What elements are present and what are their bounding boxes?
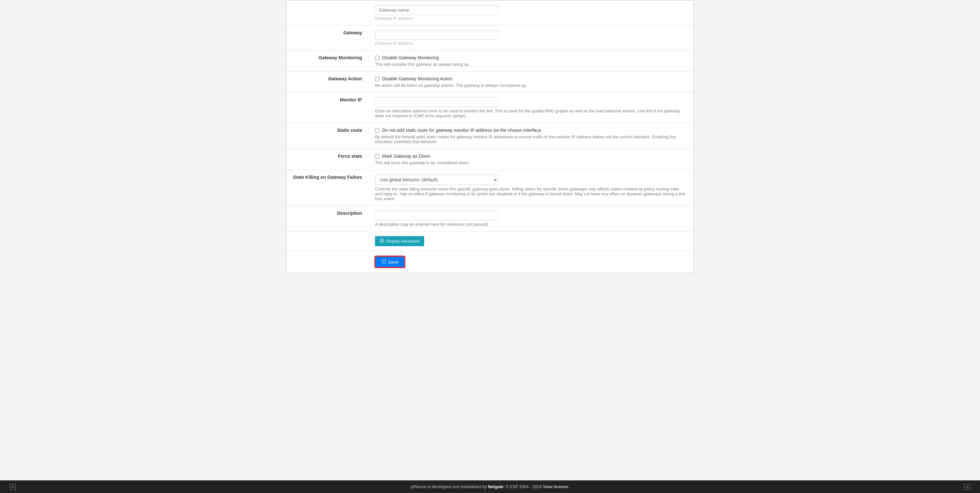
footer-main-text: pfSense is developed and maintained by	[411, 484, 488, 489]
save-cell: Save	[369, 251, 694, 273]
monitor-ip-help: Enter an alternative address here to be …	[375, 108, 687, 118]
monitor-ip-label: Monitor IP	[340, 97, 362, 102]
force-state-label: Force state	[338, 154, 362, 159]
save-button[interactable]: Save	[375, 256, 405, 268]
gateway-name-label	[286, 1, 369, 25]
description-help: A description may be entered here for re…	[375, 222, 687, 227]
gateway-input[interactable]	[375, 30, 498, 40]
footer-copyright: . © ESF 2004 - 2024	[503, 484, 543, 489]
gateway-name-row: Gateway IP address	[286, 1, 694, 25]
gateway-monitoring-checkbox[interactable]	[375, 56, 380, 60]
gear-icon	[380, 238, 384, 244]
force-state-row: Force state Mark Gateway as Down This wi…	[286, 149, 694, 170]
gateway-cell: Gateway IP address	[369, 25, 694, 51]
force-state-checkbox-label: Mark Gateway as Down	[382, 154, 430, 159]
save-label: Save	[388, 260, 398, 265]
state-killing-help: Controls the state killing behavior when…	[375, 187, 687, 201]
description-input[interactable]	[375, 211, 498, 220]
monitor-ip-input[interactable]	[375, 97, 498, 107]
footer: pfSense is developed and maintained by N…	[0, 480, 980, 493]
state-killing-select[interactable]: Use global behavior (default) Kill state…	[375, 174, 498, 185]
force-state-cell: Mark Gateway as Down This will force thi…	[369, 149, 694, 170]
display-advanced-label: Display Advanced	[386, 239, 419, 244]
static-route-checkbox-label: Do not add static route for gateway moni…	[382, 128, 541, 133]
gateway-monitoring-label: Gateway Monitoring	[318, 55, 362, 60]
gateway-action-help: No action will be taken on gateway event…	[375, 83, 687, 88]
description-label: Description	[337, 211, 362, 216]
description-label-cell: Description	[286, 206, 369, 231]
monitor-ip-row: Monitor IP Enter an alternative address …	[286, 93, 694, 123]
gateway-name-help: Gateway IP address	[375, 16, 687, 21]
footer-right-expand-icon[interactable]	[964, 484, 970, 490]
static-route-cell: Do not add static route for gateway moni…	[369, 123, 694, 149]
display-advanced-row: Display Advanced	[286, 231, 694, 251]
monitor-ip-cell: Enter an alternative address here to be …	[369, 93, 694, 123]
gateway-action-label: Gateway Action	[328, 76, 362, 81]
gateway-action-checkbox-label: Disable Gateway Monitoring Action	[382, 76, 452, 81]
footer-left-expand-icon[interactable]	[10, 484, 16, 490]
save-row: Save	[286, 251, 694, 273]
static-route-checkbox[interactable]	[375, 128, 380, 133]
gateway-action-checkbox[interactable]	[375, 77, 380, 81]
description-cell: A description may be entered here for re…	[369, 206, 694, 231]
gateway-action-cell: Disable Gateway Monitoring Action No act…	[369, 71, 694, 93]
static-route-help: By default the firewall adds static rout…	[375, 135, 687, 144]
footer-text: pfSense is developed and maintained by N…	[411, 484, 570, 489]
description-row: Description A description may be entered…	[286, 206, 694, 231]
state-killing-label-cell: State Killing on Gateway Failure	[286, 170, 369, 206]
gateway-label: Gateway	[286, 25, 369, 51]
gateway-name-cell: Gateway IP address	[369, 1, 694, 25]
display-advanced-cell: Display Advanced	[369, 231, 694, 251]
gateway-name-input[interactable]	[375, 5, 498, 15]
gateway-form-table: Gateway IP address Gateway Gateway IP ad…	[286, 0, 694, 273]
gateway-row: Gateway Gateway IP address	[286, 25, 694, 51]
static-route-label-cell: Static route	[286, 123, 369, 149]
state-killing-row: State Killing on Gateway Failure Use glo…	[286, 170, 694, 206]
force-state-label-cell: Force state	[286, 149, 369, 170]
state-killing-label: State Killing on Gateway Failure	[293, 174, 362, 180]
gateway-ip-help: Gateway IP address	[375, 41, 687, 46]
gateway-monitoring-row: Gateway Monitoring Disable Gateway Monit…	[286, 51, 694, 71]
gateway-monitoring-label-cell: Gateway Monitoring	[286, 51, 369, 71]
force-state-help: This will force this gateway to be consi…	[375, 160, 687, 165]
display-advanced-label-cell	[286, 231, 369, 251]
static-route-row: Static route Do not add static route for…	[286, 123, 694, 149]
gateway-monitoring-help: This will consider this gateway as alway…	[375, 62, 687, 67]
force-state-checkbox[interactable]	[375, 154, 380, 159]
gateway-monitoring-cell: Disable Gateway Monitoring This will con…	[369, 51, 694, 71]
monitor-ip-label-cell: Monitor IP	[286, 93, 369, 123]
save-icon	[382, 259, 386, 265]
gateway-action-row: Gateway Action Disable Gateway Monitorin…	[286, 71, 694, 93]
display-advanced-button[interactable]: Display Advanced	[375, 236, 424, 246]
gateway-action-label-cell: Gateway Action	[286, 71, 369, 93]
state-killing-cell: Use global behavior (default) Kill state…	[369, 170, 694, 206]
gateway-monitoring-checkbox-label: Disable Gateway Monitoring	[382, 55, 439, 60]
save-label-cell	[286, 251, 369, 273]
static-route-label: Static route	[337, 128, 362, 133]
footer-license-link[interactable]: View license.	[543, 484, 570, 489]
footer-brand: Netgate	[488, 484, 504, 489]
